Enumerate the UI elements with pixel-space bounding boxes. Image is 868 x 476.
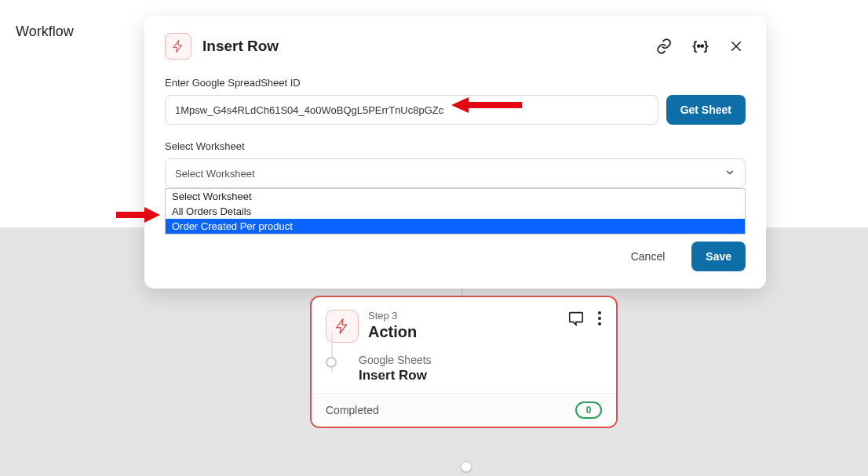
svg-point-2 [598,311,601,314]
chevron-down-icon [724,167,735,180]
action-bolt-icon [165,33,191,60]
worksheet-option[interactable]: All Orders Details [166,204,745,219]
worksheet-option[interactable]: Select Worksheet [166,189,745,204]
action-name: Insert Row [359,368,602,383]
close-icon[interactable] [727,37,746,56]
timeline-node-icon [326,357,337,368]
modal-header-left: Insert Row [165,33,279,60]
status-count-badge: 0 [575,402,602,419]
worksheet-option[interactable]: Order Created Per product [166,219,745,234]
get-sheet-button[interactable]: Get Sheet [666,95,746,125]
step-title: Action [368,323,417,341]
slider-thumb-icon[interactable] [461,461,472,472]
spreadsheet-id-label: Enter Google SpreadSheet ID [165,77,746,89]
step-slider[interactable] [310,466,618,467]
save-button[interactable]: Save [691,242,746,271]
kebab-menu-icon[interactable] [597,311,602,329]
comment-icon[interactable] [567,310,585,330]
service-name: Google Sheets [359,354,602,366]
link-icon[interactable] [655,37,673,56]
spreadsheet-id-input[interactable] [165,95,658,125]
worksheet-select[interactable]: Select Worksheet [165,158,746,188]
cancel-button[interactable]: Cancel [617,242,680,271]
status-text: Completed [326,404,379,416]
flow-step-card[interactable]: Step 3 Action Google Sheets Insert Row [310,296,618,428]
step-label: Step 3 [368,310,417,322]
worksheet-select-value: Select Worksheet [175,168,255,180]
modal-header: Insert Row {••} [165,33,746,60]
svg-point-3 [598,317,601,320]
variables-icon[interactable]: {••} [691,37,709,56]
worksheet-label: Select Worksheet [165,140,746,152]
page-title: Workflow [16,24,74,40]
status-count: 0 [586,405,592,416]
svg-point-4 [598,322,601,325]
modal-title: Insert Row [202,38,279,55]
worksheet-dropdown: Select Worksheet All Orders Details Orde… [165,188,746,234]
insert-row-modal: Insert Row {••} Enter Google SpreadSheet… [144,16,766,289]
